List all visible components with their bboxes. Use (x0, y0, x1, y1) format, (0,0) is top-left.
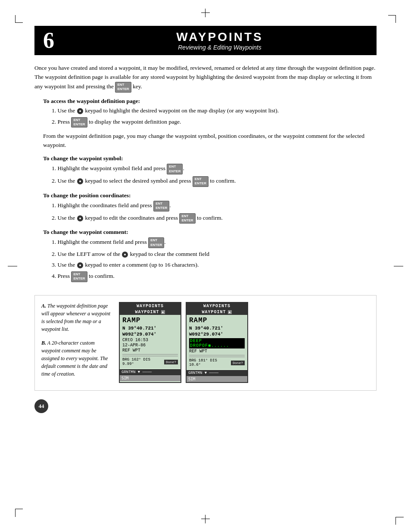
screen-a-row1-text: BRG 162° DIS 9.99° (122, 358, 164, 366)
screen-b-divider (189, 355, 245, 355)
enter-key-icon-2: ENTENTER (71, 117, 87, 128)
annotation-text-b: A 20-character custom waypoint comment m… (41, 340, 108, 377)
chapter-number: 6 (34, 26, 63, 55)
comment-item-3: 3. Use the keypad to enter a comment (up… (52, 261, 377, 270)
joystick-icon-4 (122, 252, 128, 258)
joystick-icon-2 (77, 178, 83, 184)
enter-key-icon-7: ENTENTER (148, 237, 164, 248)
joystick-icon-5 (77, 262, 83, 268)
enter-key-icon-8: ENTENTER (71, 271, 87, 282)
screen-a-row1: BRG 162° DIS 9.99° Done? (122, 358, 178, 366)
screen-b-arrow[interactable]: ▲ (228, 310, 232, 314)
enter-key-icon-6: ENTENTER (179, 213, 195, 224)
screen-b-title: WAYPOINTS (187, 303, 247, 309)
screen-a-sim: SIM (120, 375, 181, 381)
joystick-icon-3 (77, 215, 83, 221)
change-paragraph: From the waypoint definition page, you m… (43, 132, 377, 150)
screen-b-done: Done? (231, 361, 245, 365)
figure-annotations: A. The waypoint definition page will app… (41, 302, 110, 384)
screen-a-waypoint-label: WAYPOINT (135, 310, 159, 314)
section-heading-comment: To change the waypoint comment: (43, 229, 377, 236)
screen-b-body: RAMP N 39°40.721' W092°29.074' DEEP DROP… (187, 315, 247, 370)
annotation-letter-b: B. (41, 340, 46, 346)
annotation-text-a: The waypoint definition page will appear… (41, 303, 110, 332)
screen-b-bottom-text: GRNTMN ▼ ———— (188, 371, 218, 375)
screen-b-row1-text: BRG 181° DIS 10.6° (189, 358, 231, 367)
chapter-header: 6 WAYPOINTS Reviewing & Editing Waypoint… (34, 26, 377, 55)
intro-paragraph: Once you have created and stored a waypo… (34, 64, 377, 93)
screen-b-coord1: N 39°40.721' (189, 325, 245, 331)
joystick-icon-1 (77, 108, 83, 114)
figure-annotation-b: B. A 20-character custom waypoint commen… (41, 339, 110, 378)
enter-key-icon-4: ENTENTER (193, 176, 209, 187)
screen-a-name: RAMP (122, 317, 178, 324)
figure-area: A. The waypoint definition page will app… (34, 295, 377, 391)
coords-item-1: 1. Highlight the coordinates field and p… (52, 201, 377, 212)
symbol-item-1: 1. Highlight the waypoint symbol field a… (52, 164, 377, 174)
access-item-2: 2. Press ENTENTER to display the waypoin… (52, 117, 377, 128)
screen-b-waypoint-header: WAYPOINT ▲ (187, 309, 247, 315)
symbol-item-2: 2. Use the keypad to select the desired … (52, 176, 377, 187)
comment-item-2: 2. Use the LEFT arrow of the keypad to c… (52, 250, 377, 259)
screen-a-coord2: W092°29.074' (122, 331, 178, 337)
comment-item-4: 4. Press ENTENTER to confirm. (52, 271, 377, 282)
screen-a-bottom-text: GRNTMN ▼ ———— (121, 370, 152, 374)
gps-screen-b: WAYPOINTS WAYPOINT ▲ RAMP N 39°40.721' W… (186, 302, 248, 383)
screen-b-ref: REF WPT (189, 349, 245, 354)
chapter-title: WAYPOINTS (67, 30, 372, 44)
screen-a-body: RAMP N 39°40.721' W092°29.074' CRtO 16:5… (120, 315, 181, 369)
figure-annotation-a: A. The waypoint definition page will app… (41, 302, 110, 333)
access-item-1: 1. Use the keypad to highlight the desir… (52, 106, 377, 115)
screen-a-waypoint-header: WAYPOINT ▲ (120, 309, 181, 315)
section-heading-symbol: To change the waypoint symbol: (43, 155, 377, 162)
screen-a-coord1: N 39°40.721' (122, 325, 178, 331)
screen-a-ref: REF WPT (122, 348, 178, 353)
screen-b-row1: BRG 181° DIS 10.6° Done? (189, 358, 245, 367)
section-heading-coords: To change the position coordinates: (43, 192, 377, 199)
screen-a-divider (122, 354, 178, 355)
screen-a-divider2 (122, 356, 178, 356)
screen-b-bottom-bar: GRNTMN ▼ ———— (187, 370, 247, 376)
section-heading-access: To access the waypoint definition page: (43, 98, 377, 105)
enter-key-icon-3: ENTENTER (167, 164, 183, 174)
screen-b-coord2: W092°29.074' (189, 331, 245, 337)
intro-suffix: key. (133, 83, 142, 90)
screen-a-bottom-bar: GRNTMN ▼ ———— (120, 369, 181, 375)
coords-item-2: 2. Use the keypad to edit the coordinate… (52, 213, 377, 224)
screen-b-waypoint-label: WAYPOINT (202, 310, 226, 314)
page-number-badge: 44 (34, 399, 48, 413)
screen-a-comment2: 12-APR-86 (122, 343, 178, 348)
enter-key-icon-5: ENTENTER (153, 201, 169, 212)
screen-b-name: RAMP (189, 317, 245, 324)
screen-a-arrow[interactable]: ▲ (161, 310, 165, 314)
chapter-subtitle: Reviewing & Editing Waypoints (67, 44, 372, 51)
screen-b-divider2 (189, 357, 245, 357)
screen-b-sim: SIM (187, 376, 247, 382)
figure-screens: WAYPOINTS WAYPOINT ▲ RAMP N 39°40.721' W… (119, 302, 370, 383)
screen-a-title: WAYPOINTS (120, 303, 181, 309)
annotation-letter-a: A. (41, 303, 46, 309)
screen-a-done: Done? (164, 360, 178, 364)
comment-item-1: 1. Highlight the comment field and press… (52, 237, 377, 248)
enter-key-icon: ENTENTER (115, 82, 131, 93)
intro-text: Once you have created and stored a waypo… (34, 65, 375, 90)
screen-b-comment: DEEP DROPOF■...... (189, 338, 245, 348)
screen-a-comment: CRtO 16:53 (122, 338, 178, 342)
chapter-title-block: WAYPOINTS Reviewing & Editing Waypoints (63, 28, 377, 53)
gps-screen-a: WAYPOINTS WAYPOINT ▲ RAMP N 39°40.721' W… (119, 302, 181, 383)
